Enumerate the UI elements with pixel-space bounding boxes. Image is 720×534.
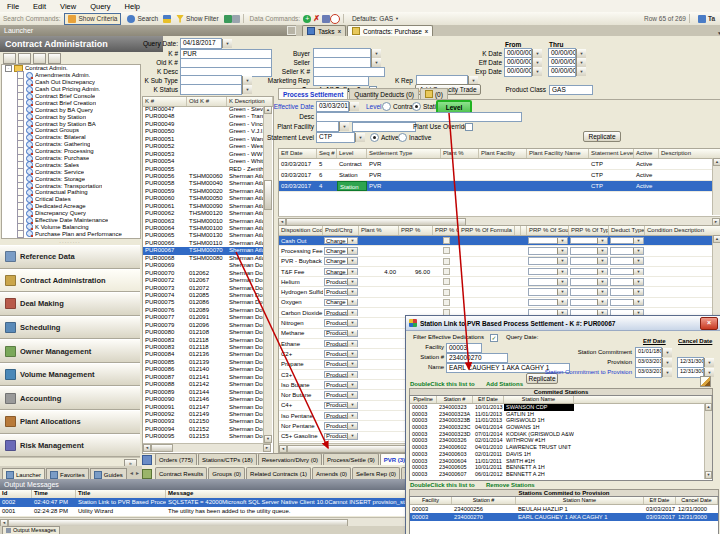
save-icon[interactable]	[322, 15, 330, 23]
prod-chrg-select[interactable]: Product	[324, 422, 358, 430]
tab-output-messages[interactable]: Output Messages	[2, 526, 60, 534]
table-row[interactable]: PUR00062 THSM00120 Sherman Atlas - L	[143, 210, 263, 217]
table-row[interactable]: PUR00094 012152 Sherman Dornick -	[143, 426, 263, 433]
prp-of-checkbox[interactable]	[443, 268, 450, 275]
chevron-down-icon[interactable]	[576, 49, 586, 58]
statement-level-select[interactable]: CTP	[316, 133, 365, 142]
chevron-down-icon[interactable]	[597, 299, 607, 305]
table-row[interactable]: PUR00074 012085 Sherman Dornick -	[143, 292, 263, 299]
commitment-to-provision-eff-field[interactable]: 03/03/2017	[635, 368, 672, 377]
export-icon[interactable]	[224, 15, 232, 23]
table-row[interactable]: PUR00053 Green - WW Oil &	[143, 151, 263, 158]
launcher-refresh-icon[interactable]	[33, 53, 46, 64]
col-station-name[interactable]: Station Name	[516, 497, 644, 504]
table-row[interactable]: PUR00064 TSHM00100 Sherman Atlas - F	[143, 225, 263, 232]
chevron-down-icon[interactable]	[597, 258, 607, 264]
close-icon[interactable]: ×	[700, 317, 718, 330]
col-id[interactable]: Id	[0, 490, 32, 498]
table-row[interactable]: PUR00059 TSHM00020 Sherman Atlas - Q	[143, 188, 263, 195]
prp-source-select[interactable]	[528, 237, 568, 245]
col-cancel-date[interactable]: Cancel Date	[676, 497, 718, 504]
provision-eff-field[interactable]: 03/03/2017	[635, 358, 672, 367]
table-row[interactable]: 00003 234000323A 11/01/2013 GATLIN 1H	[410, 411, 712, 418]
table-row[interactable]: 00003 234000323 10/01/2013 SWANSON CDP	[410, 404, 712, 411]
table-row[interactable]: 03/03/2017 4 Station PVR CTP Active	[279, 181, 720, 192]
prod-chrg-select[interactable]: Charge	[324, 237, 358, 245]
tab-process-settlement[interactable]: Process Settlement	[278, 88, 348, 99]
table-row[interactable]: 00003 234000270 EARL CAUGHEY 1 AKA CAGHY…	[410, 513, 718, 521]
chevron-down-icon[interactable]	[242, 76, 252, 85]
remove-stations-action[interactable]: Remove Stations	[486, 482, 535, 488]
chevron-down-icon[interactable]	[347, 320, 357, 326]
tab-tasks[interactable]: Tasksx	[302, 25, 346, 36]
table-row[interactable]: 03/03/2017 5 Contract PVR CTP Active	[279, 159, 720, 170]
deduct-type-select[interactable]	[610, 288, 644, 296]
table-row[interactable]: PUR00049 Green - Vincent O	[143, 121, 263, 128]
chevron-down-icon[interactable]	[347, 299, 357, 305]
table-row[interactable]: PUR00050 Green - V.J.I. NATI	[143, 128, 263, 135]
prod-chrg-select[interactable]: Charge	[324, 299, 358, 307]
deduct-type-select[interactable]	[610, 257, 644, 265]
table-row[interactable]: T&F Fee Charge 4.00 96.00	[279, 267, 720, 277]
detail-tab[interactable]: Related Contracts (1)	[246, 467, 311, 479]
col-prp-of-type[interactable]: PRP % Of Type	[569, 226, 609, 235]
table-row[interactable]: 00003 234000326 02/01/2014 WITHROW #1H	[410, 437, 712, 444]
chevron-down-icon[interactable]	[347, 382, 357, 388]
prod-chrg-select[interactable]: Product	[324, 288, 358, 296]
chevron-down-icon[interactable]	[597, 238, 607, 244]
table-row[interactable]: PUR00075 012086 Sherman Dornick -	[143, 299, 263, 306]
prp-type-select[interactable]	[570, 247, 608, 255]
menu-file[interactable]: File	[0, 2, 26, 11]
prod-chrg-select[interactable]: Product	[324, 309, 358, 317]
chevron-down-icon[interactable]	[633, 279, 643, 285]
table-row[interactable]: PUR00048 Green - Trans Pac	[143, 113, 263, 120]
table-row[interactable]: 00003 234000604 11/01/2011 SMITH #1H	[410, 458, 712, 465]
menu-view[interactable]: View	[53, 2, 83, 11]
exp-date-thru-field[interactable]: 00/00/0000	[548, 67, 586, 76]
table-row[interactable]: Processing Fee Charge	[279, 246, 720, 256]
detail-tab[interactable]: Orders (775)	[155, 453, 197, 465]
col-eff-date[interactable]: Eff Date	[473, 396, 504, 403]
prod-chrg-select[interactable]: Product	[324, 278, 358, 286]
module-nav-item[interactable]: Risk Management	[0, 434, 140, 458]
launcher-options-icon[interactable]	[48, 53, 61, 64]
results-vertical-scrollbar[interactable]: ▲ ▼	[263, 106, 272, 443]
settlement-vscrollbar[interactable]: ▲	[712, 158, 720, 215]
chevron-down-icon[interactable]	[633, 269, 643, 275]
table-row[interactable]: PUR00080 012108 Sherman Dornick -	[143, 329, 263, 336]
detail-tab[interactable]: Groups (0)	[208, 467, 245, 479]
filter-dedications-checkbox[interactable]	[490, 334, 498, 342]
active-radio[interactable]: Active	[370, 133, 399, 142]
col-statement-level[interactable]: Statement Level	[589, 149, 634, 158]
chevron-down-icon[interactable]	[633, 299, 643, 305]
chevron-down-icon[interactable]	[633, 258, 643, 264]
table-row[interactable]: 00003 234000256 BEULAH HAZLIP 1 03/03/20…	[410, 505, 718, 513]
tab-contracts-purchase[interactable]: Contracts: Purchasex	[347, 25, 433, 36]
chevron-down-icon[interactable]	[347, 423, 357, 429]
chevron-down-icon[interactable]	[347, 248, 357, 254]
prp-of-checkbox[interactable]	[443, 299, 450, 306]
plant-facility-select[interactable]	[316, 122, 349, 131]
prp-type-select[interactable]	[570, 299, 608, 307]
col-description[interactable]: Description	[659, 149, 720, 158]
chevron-down-icon[interactable]	[662, 358, 672, 367]
col-title[interactable]: Title	[76, 490, 166, 498]
chevron-down-icon[interactable]	[347, 392, 357, 398]
launcher-back-icon[interactable]	[3, 53, 16, 64]
col-prp-pct[interactable]: PRP %	[399, 226, 433, 235]
menu-edit[interactable]: Edit	[26, 2, 53, 11]
prod-chrg-select[interactable]: Product	[324, 371, 358, 379]
menu-query[interactable]: Query	[83, 2, 117, 11]
table-row[interactable]: PUR00076 012089 Sherman Dornick -	[143, 307, 263, 314]
seller-select[interactable]	[313, 58, 381, 67]
table-row[interactable]: PUR00088 012142 Sherman Dornick -	[143, 381, 263, 388]
chevron-down-icon[interactable]	[576, 67, 586, 76]
table-row[interactable]: 00003 234000605 10/01/2011 BENNETT A 1H	[410, 464, 712, 471]
table-row[interactable]: PUR00061 TSHM00090 Sherman Atlas - D	[143, 203, 263, 210]
tab-notes[interactable]: (0)	[420, 88, 448, 99]
detail-tab[interactable]: Sellers Rep (0)	[352, 467, 400, 479]
chevron-down-icon[interactable]	[662, 368, 672, 377]
col-k[interactable]: K #	[143, 97, 187, 106]
chevron-down-icon[interactable]	[557, 248, 567, 254]
prod-chrg-select[interactable]: Product	[324, 360, 358, 368]
